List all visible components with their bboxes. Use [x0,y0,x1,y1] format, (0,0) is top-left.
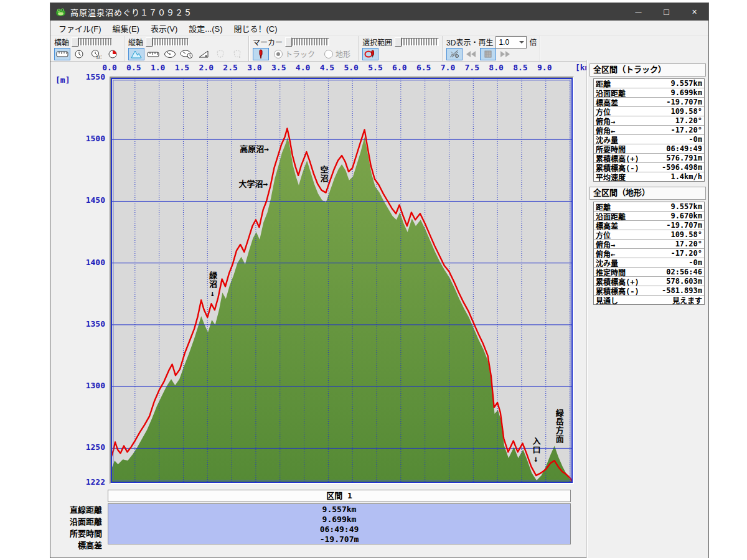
x-tick-label: 5.0 [344,63,358,72]
haxis-pace-button[interactable] [105,48,121,60]
speed-select[interactable]: 1.0 [496,36,527,49]
haxis-label: 横軸 [54,37,69,47]
chart-annotation: 緑沼↓ [208,271,217,299]
menu-item-2[interactable]: 表示(V) [145,21,183,35]
vaxis-extra2-button[interactable] [229,48,245,60]
elevation-plot[interactable]: 高原沼→大学沼→空沼緑沼↓入口↓緑岳方面 [110,77,574,484]
walkthrough-3d-button[interactable]: 3 [446,48,463,60]
playback-label: 3D表示・再生 [446,37,493,47]
menu-item-1[interactable]: 編集(E) [107,21,145,35]
radio-off-icon [324,50,333,58]
marker-radio-track[interactable]: トラック [274,49,315,59]
terrain-stats-table: 距離9.557km沿面距離9.670km標高差-19.707m方位109.58°… [593,202,705,305]
toolbar-group-haxis: 横軸 123 [50,36,125,61]
app-window: 高原温泉沼めぐり１７０９２５ ─ □ × ファイル(F)編集(E)表示(V)設定… [50,2,709,558]
stat-value: -19.707m [666,98,704,106]
terrain-section-header: 全区間（地形） [590,187,706,200]
vaxis-distance-button[interactable] [145,48,161,60]
y-tick-label: 1222 [68,477,105,487]
x-tick-label: 4.5 [320,63,334,72]
selection-label: 選択範囲 [362,37,392,47]
x-tick-label: 3.5 [271,63,286,72]
rewind-icon [466,50,477,58]
toolbar-group-marker: マーカー トラック 地形 [249,36,359,61]
stat-value: 109.58° [670,107,704,116]
vaxis-pace-gauge-button[interactable] [179,48,195,60]
toolbar: 横軸 123 縦軸 [50,35,708,62]
menu-item-4[interactable]: 閉じる！(C) [228,21,283,35]
stat-value: 9.670km [670,212,704,220]
section-header: 区間 1 [108,490,571,502]
marker-slider[interactable] [285,37,329,47]
stat-value: -17.20° [670,126,704,134]
rewind-button[interactable] [463,48,479,60]
radio-on-icon [274,50,283,58]
speed-unit-label: 倍 [529,37,537,47]
y-tick-label: 1400 [68,257,105,266]
x-tick-label: 4.0 [296,63,310,72]
vaxis-extra1-button[interactable] [212,48,228,60]
haxis-slider[interactable] [72,37,112,47]
haxis-time-number-button[interactable]: 123 [88,48,104,60]
haxis-time-button[interactable] [71,48,87,60]
toolbar-group-playback: 3D表示・再生 1.0 倍 3 [443,36,540,61]
play-forward-button[interactable] [497,48,513,60]
vaxis-slider[interactable] [146,37,189,47]
desktop: { "window": { "title": "高原温泉沼めぐり１７０９２５",… [0,0,747,560]
stat-value: 109.58° [670,230,704,239]
minimize-button[interactable]: ─ [624,3,652,21]
marker-label: マーカー [253,37,283,47]
maximize-button[interactable]: □ [652,3,680,21]
x-tick-label: 5.5 [368,63,382,72]
ruler2-icon [147,50,159,58]
x-tick-label: 2.5 [223,63,237,72]
stat-value: 見えます [672,295,704,306]
stat-value: 9.699km [670,88,704,97]
selection-slider[interactable] [395,37,439,47]
haxis-distance-button[interactable] [54,48,70,60]
marker-pen-button[interactable] [253,48,269,60]
disabled-cup-icon [215,50,225,58]
menu-item-0[interactable]: ファイル(F) [53,21,107,35]
walk-3d-icon: 3 [449,49,460,58]
stat-value: 06:49:49 [666,144,704,153]
x-tick-label: 7.0 [441,63,455,72]
app-icon [55,7,66,17]
x-tick-label: 1.0 [151,63,165,72]
x-tick-label: 6.5 [416,63,431,72]
stat-label: 平均速度 [594,172,626,182]
chart-annotation: 空沼 [319,166,328,183]
clock-123-icon: 123 [90,49,101,59]
stop-icon [484,50,492,58]
slope-angle-icon [198,50,209,58]
fast-forward-icon [499,50,510,58]
x-tick-label: 0.5 [126,63,141,72]
vaxis-speed-button[interactable] [162,48,178,60]
toolbar-group-selection: 選択範囲 [359,36,443,61]
x-tick-label: 0.0 [102,63,116,72]
radio-terrain-label: 地形 [336,49,350,59]
elevation-chart-svg [111,78,573,483]
stat-value: 578.603m [666,277,704,286]
section-label: 標高差 [50,539,104,551]
menu-item-3[interactable]: 設定...(S) [183,21,228,35]
timer-pie-icon [108,49,118,59]
vaxis-elevation-button[interactable] [128,48,144,60]
stat-value: -581.893m [662,286,704,295]
svg-text:123: 123 [96,55,101,59]
marker-radio-terrain[interactable]: 地形 [324,49,350,59]
close-button[interactable]: × [680,3,708,21]
window-title: 高原温泉沼めぐり１７０９２５ [70,6,192,18]
stat-value: 17.20° [675,240,704,248]
clock-icon [74,49,84,59]
stat-value: -0m [688,135,704,144]
x-tick-label: 3.0 [247,63,261,72]
selection-range-button[interactable] [362,48,378,60]
stop-button[interactable] [480,48,496,60]
stat-value: -596.498m [662,163,704,172]
vaxis-slope-button[interactable] [195,48,212,60]
y-tick-label: 1450 [68,195,105,205]
vaxis-label: 縦軸 [128,37,143,47]
speed-value: 1.0 [496,38,517,47]
toolbar-group-vaxis: 縦軸 [125,36,249,61]
